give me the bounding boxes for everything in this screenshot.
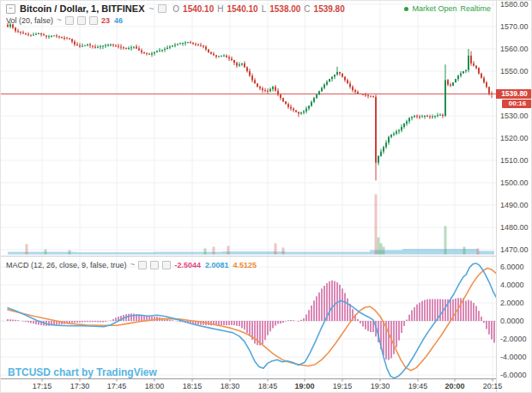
candle-body: [76, 45, 78, 45]
price-axis-label: 1470.00: [500, 246, 532, 254]
settings-icon[interactable]: [150, 261, 159, 269]
candle-body: [267, 91, 269, 92]
candle-body: [303, 112, 305, 112]
candle-body: [233, 60, 235, 63]
eye-icon[interactable]: [138, 261, 147, 269]
candle-body: [172, 45, 173, 46]
candle-body: [465, 70, 467, 71]
time-axis-label: 18:15: [183, 382, 203, 390]
candle-body: [421, 117, 423, 118]
candle-body: [403, 124, 405, 127]
candle-body: [51, 36, 52, 37]
macd-axis-label: -2.0000: [500, 336, 532, 343]
candle-body: [146, 53, 148, 54]
candle-body: [61, 37, 63, 38]
ohlc-value: 1539.80: [314, 4, 345, 14]
candle-body: [272, 87, 274, 89]
macd-axis-label: 6.0000: [500, 263, 532, 271]
collapse-pane-icon[interactable]: −: [6, 4, 15, 14]
chart-window: − Bitcoin / Dollar, 1, BITFINEX ~ O1540.…: [0, 0, 532, 393]
price-axis-label: 1580.00: [500, 1, 532, 9]
chart-canvas[interactable]: [1, 1, 532, 393]
time-axis-label: 19:30: [371, 382, 390, 390]
candle-body: [156, 51, 158, 52]
candle-body: [416, 116, 418, 117]
candle-body: [43, 34, 45, 35]
candle-body: [246, 67, 248, 71]
candle-body: [318, 91, 320, 94]
candle-body: [58, 36, 60, 37]
candle-body: [97, 47, 99, 48]
price-axis-label: 1550.00: [500, 68, 532, 76]
settings-icon[interactable]: [77, 16, 86, 25]
candle-body: [269, 89, 271, 92]
time-axis-label: 17:30: [70, 382, 90, 390]
close-icon[interactable]: [89, 16, 98, 25]
candle-body: [313, 98, 315, 102]
price-axis-label: 1480.00: [500, 224, 532, 232]
time-axis-label: 20:00: [444, 382, 464, 390]
candle-body: [442, 115, 444, 116]
candle-body: [277, 91, 279, 95]
candle-body: [110, 45, 112, 45]
tradingview-watermark[interactable]: BTCUSD chart by TradingView: [8, 366, 157, 378]
candle-body: [457, 76, 459, 79]
candle-body: [79, 45, 81, 46]
chevron-down-icon[interactable]: ~: [130, 260, 136, 269]
candle-body: [138, 49, 140, 51]
candle-body: [481, 74, 482, 78]
chevron-down-icon[interactable]: ~: [148, 4, 154, 14]
candle-body: [125, 48, 127, 49]
candle-body: [429, 117, 431, 118]
candle-body: [280, 94, 281, 98]
candle-body: [45, 35, 47, 36]
candle-body: [285, 101, 287, 104]
macd-indicator-label[interactable]: MACD (12, 26, close, 9, false, true): [6, 261, 127, 269]
candle-body: [473, 63, 475, 66]
candle-body: [231, 58, 233, 60]
candle-body: [352, 87, 354, 90]
candle-body: [239, 64, 240, 65]
candle-body: [33, 35, 34, 36]
candle-body: [437, 115, 438, 116]
candle-body: [308, 106, 310, 108]
chevron-down-icon[interactable]: ~: [57, 15, 62, 25]
volume-indicator-header: Vol (20, false) ~ 2346: [6, 15, 123, 25]
candle-body: [336, 72, 338, 75]
candle-body: [432, 117, 433, 118]
candle-body: [151, 53, 153, 54]
indicator-toggle-icon[interactable]: [158, 4, 166, 13]
candle-body: [244, 63, 245, 68]
candle-body: [264, 90, 266, 91]
candle-body: [344, 77, 346, 81]
candle-body: [426, 116, 428, 117]
candle-body: [112, 45, 114, 45]
candle-body: [218, 57, 220, 57]
candle-body: [398, 130, 400, 131]
candle-body: [396, 131, 397, 134]
eye-icon[interactable]: [65, 16, 74, 25]
price-axis-label: 1570.00: [500, 23, 532, 31]
candle-body: [257, 83, 258, 87]
candle-body: [84, 45, 86, 46]
close-icon[interactable]: [162, 261, 171, 269]
candle-body: [92, 45, 94, 46]
candle-body: [455, 79, 456, 82]
candle-body: [323, 85, 325, 88]
candle-body: [177, 44, 178, 45]
candle-body: [419, 117, 420, 118]
candle-body: [69, 39, 70, 39]
candle-body: [203, 46, 204, 47]
candle-body: [87, 45, 88, 45]
candle-body: [475, 66, 477, 69]
time-axis-label: 17:15: [33, 382, 52, 390]
candle-body: [282, 98, 284, 101]
candle-body: [179, 44, 181, 45]
candle-body: [339, 72, 341, 74]
time-axis-label: 19:15: [333, 382, 353, 390]
symbol-title[interactable]: Bitcoin / Dollar, 1, BITFINEX: [20, 3, 144, 14]
volume-indicator-label[interactable]: Vol (20, false): [6, 16, 53, 25]
candle-body: [236, 63, 238, 65]
candle-body: [434, 116, 436, 117]
candle-body: [226, 56, 227, 57]
